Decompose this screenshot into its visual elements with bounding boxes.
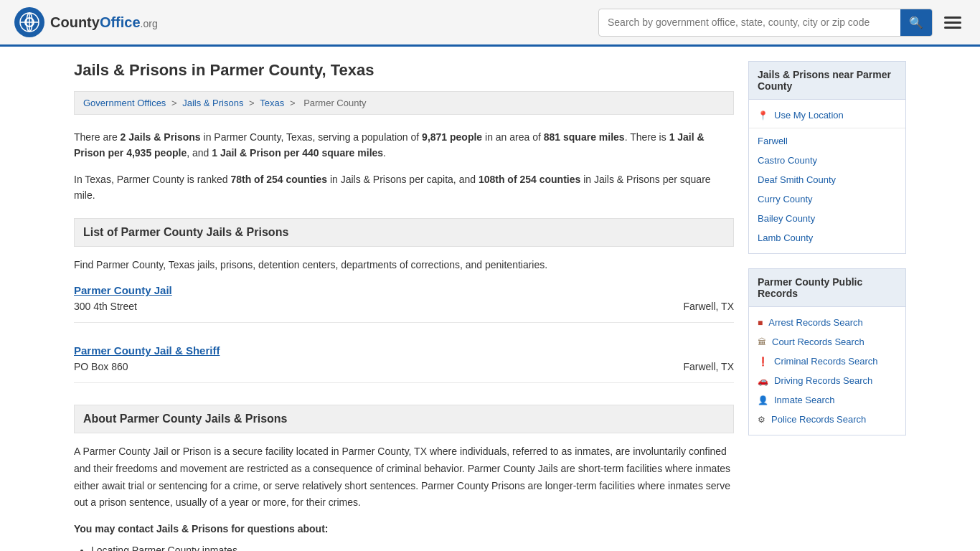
intro-mid1: in Parmer County, Texas, serving a popul… <box>201 131 422 143</box>
menu-bar-1 <box>944 17 961 19</box>
sidebar-item-driving-records[interactable]: 🚗 Driving Records Search <box>749 371 905 390</box>
location-pin-icon: 📍 <box>758 110 768 121</box>
breadcrumb-jails[interactable]: Jails & Prisons <box>182 98 243 108</box>
menu-button[interactable] <box>940 12 966 33</box>
list-section-desc: Find Parmer County, Texas jails, prisons… <box>74 257 734 273</box>
breadcrumb-sep-3: > <box>290 98 298 108</box>
facility-2-name[interactable]: Parmer County Jail & Sheriff <box>74 344 734 357</box>
sidebar-records-section: Parmer County Public Records ■ Arrest Re… <box>748 268 906 435</box>
main-container: Jails & Prisons in Parmer County, Texas … <box>60 47 920 551</box>
search-area: 🔍 <box>598 9 966 37</box>
breadcrumb-sep-2: > <box>249 98 257 108</box>
intro-end2: , and <box>187 147 212 159</box>
list-section-header: List of Parmer County Jails & Prisons <box>74 218 734 247</box>
sidebar-link-police-records[interactable]: Police Records Search <box>771 414 866 425</box>
intro-bold2: 9,871 people <box>422 131 482 143</box>
facility-1: Parmer County Jail 300 4th Street Farwel… <box>74 284 734 330</box>
driving-icon: 🚗 <box>758 376 768 386</box>
sidebar-link-use-location[interactable]: Use My Location <box>774 110 844 121</box>
search-input[interactable] <box>599 11 900 34</box>
intro-bold3: 881 square miles <box>544 131 625 143</box>
about-subheading: You may contact Jails & Prisons for ques… <box>74 523 734 534</box>
sidebar-link-criminal-records[interactable]: Criminal Records Search <box>774 356 878 367</box>
intro-final: . <box>383 147 386 159</box>
facility-1-address: 300 4th Street <box>74 301 137 312</box>
sidebar-item-court-records[interactable]: 🏛 Court Records Search <box>749 332 905 352</box>
intro-paragraph-1: There are 2 Jails & Prisons in Parmer Co… <box>74 129 734 161</box>
facility-1-name[interactable]: Parmer County Jail <box>74 284 734 296</box>
breadcrumb-current: Parmer County <box>303 98 366 108</box>
sidebar-item-deaf-smith-county[interactable]: Deaf Smith County <box>749 170 905 189</box>
facility-1-row: 300 4th Street Farwell, TX <box>74 301 734 323</box>
intro-bold1: 2 Jails & Prisons <box>121 131 201 143</box>
logo-icon <box>14 7 44 37</box>
intro2-bold6: 78th of 254 counties <box>230 174 327 185</box>
criminal-icon: ❗ <box>758 357 768 367</box>
sidebar-records-list: ■ Arrest Records Search 🏛 Court Records … <box>748 307 906 435</box>
intro2-pre: In Texas, Parmer County is ranked <box>74 174 230 185</box>
sidebar-item-bailey-county[interactable]: Bailey County <box>749 209 905 228</box>
menu-bar-2 <box>944 22 961 24</box>
sidebar-link-driving-records[interactable]: Driving Records Search <box>774 375 872 386</box>
intro2-bold7: 108th of 254 counties <box>479 174 580 185</box>
sidebar-records-title: Parmer County Public Records <box>748 268 906 307</box>
police-icon: ⚙ <box>758 415 765 425</box>
main-content: Jails & Prisons in Parmer County, Texas … <box>74 61 734 551</box>
sidebar-link-bailey-county[interactable]: Bailey County <box>758 213 815 224</box>
sidebar-link-farwell[interactable]: Farwell <box>758 136 788 146</box>
facility-2: Parmer County Jail & Sheriff PO Box 860 … <box>74 344 734 390</box>
sidebar-link-arrest-records[interactable]: Arrest Records Search <box>768 317 863 328</box>
logo-area: CountyOffice.org <box>14 7 158 37</box>
menu-bar-3 <box>944 27 961 29</box>
sidebar-item-use-location[interactable]: 📍 Use My Location <box>749 105 905 125</box>
breadcrumb-gov-offices[interactable]: Government Offices <box>83 98 166 108</box>
sidebar-link-deaf-smith-county[interactable]: Deaf Smith County <box>758 174 836 185</box>
sidebar-item-castro-county[interactable]: Castro County <box>749 151 905 170</box>
sidebar-item-lamb-county[interactable]: Lamb County <box>749 228 905 248</box>
sidebar-item-curry-county[interactable]: Curry County <box>749 189 905 209</box>
facility-1-city: Farwell, TX <box>683 301 734 312</box>
sidebar-item-criminal-records[interactable]: ❗ Criminal Records Search <box>749 352 905 371</box>
breadcrumb-sep-1: > <box>171 98 179 108</box>
site-header: CountyOffice.org 🔍 <box>0 0 980 47</box>
page-title: Jails & Prisons in Parmer County, Texas <box>74 61 734 80</box>
about-text: A Parmer County Jail or Prison is a secu… <box>74 443 734 512</box>
intro2-mid: in Jails & Prisons per capita, and <box>327 174 479 185</box>
search-button[interactable]: 🔍 <box>900 9 932 36</box>
sidebar-nearby-section: Jails & Prisons near Parmer County 📍 Use… <box>748 61 906 254</box>
facility-2-row: PO Box 860 Farwell, TX <box>74 361 734 383</box>
sidebar-link-court-records[interactable]: Court Records Search <box>772 336 864 347</box>
sidebar-link-lamb-county[interactable]: Lamb County <box>758 232 813 243</box>
sidebar: Jails & Prisons near Parmer County 📍 Use… <box>748 61 906 551</box>
sidebar-link-inmate-search[interactable]: Inmate Search <box>774 395 835 405</box>
sidebar-nearby-title: Jails & Prisons near Parmer County <box>748 61 906 100</box>
breadcrumb-texas[interactable]: Texas <box>260 98 284 108</box>
intro-bold5: 1 Jail & Prison per 440 square miles <box>212 147 383 159</box>
about-bullet-list: Locating Parmer County inmates Finding o… <box>74 542 734 551</box>
about-section-header: About Parmer County Jails & Prisons <box>74 405 734 433</box>
inmate-icon: 👤 <box>758 395 768 405</box>
bullet-item-1: Locating Parmer County inmates <box>91 542 734 551</box>
sidebar-divider-1 <box>749 128 905 128</box>
search-box: 🔍 <box>598 9 933 37</box>
facility-2-city: Farwell, TX <box>683 361 734 372</box>
sidebar-item-inmate-search[interactable]: 👤 Inmate Search <box>749 390 905 410</box>
arrest-icon: ■ <box>758 318 763 328</box>
intro-mid2: in an area of <box>482 131 544 143</box>
sidebar-link-curry-county[interactable]: Curry County <box>758 194 813 204</box>
intro-end1: . There is <box>625 131 669 143</box>
breadcrumb: Government Offices > Jails & Prisons > T… <box>74 91 734 115</box>
sidebar-link-castro-county[interactable]: Castro County <box>758 155 817 166</box>
sidebar-item-farwell[interactable]: Farwell <box>749 131 905 151</box>
facility-2-address: PO Box 860 <box>74 361 128 372</box>
sidebar-item-police-records[interactable]: ⚙ Police Records Search <box>749 410 905 429</box>
court-icon: 🏛 <box>758 337 766 347</box>
sidebar-nearby-list: 📍 Use My Location Farwell Castro County … <box>748 100 906 254</box>
search-icon: 🔍 <box>909 17 923 29</box>
sidebar-item-arrest-records[interactable]: ■ Arrest Records Search <box>749 313 905 332</box>
logo-text: CountyOffice.org <box>50 14 158 31</box>
intro-paragraph-2: In Texas, Parmer County is ranked 78th o… <box>74 171 734 204</box>
intro-pre1: There are <box>74 131 121 143</box>
